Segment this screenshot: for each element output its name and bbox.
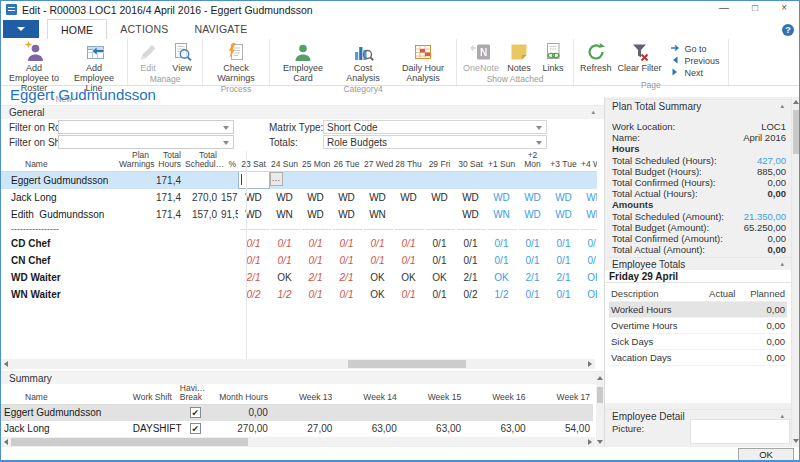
day-cell[interactable]: 0/1: [517, 252, 548, 269]
day-column-header[interactable]: 23 Sat: [238, 151, 269, 172]
week-hours-cell[interactable]: 54,00: [529, 421, 593, 437]
day-column-header[interactable]: 29 Fri: [424, 151, 455, 172]
day-cell[interactable]: 0/1: [424, 252, 455, 269]
month-hours-cell[interactable]: 0,00: [214, 405, 271, 421]
day-cell[interactable]: -----------: [517, 223, 548, 235]
scroll-down-icon[interactable]: [597, 440, 603, 444]
grid-cell[interactable]: 270,0: [183, 189, 219, 206]
summary-column-header[interactable]: Week 17: [529, 384, 593, 405]
day-cell[interactable]: [424, 206, 455, 223]
clear-filter-button[interactable]: Clear Filter: [615, 40, 665, 73]
month-hours-cell[interactable]: 270,00: [214, 421, 271, 437]
grid-cell[interactable]: 171,4: [151, 172, 183, 189]
collapse-icon[interactable]: ▴: [780, 102, 784, 110]
summary-column-header[interactable]: Week 14: [335, 384, 399, 405]
scrollbar-thumb[interactable]: [793, 110, 799, 154]
check-warnings-button[interactable]: Check Warnings: [206, 40, 266, 83]
employee-name-cell[interactable]: Jack Long: [1, 421, 130, 437]
day-column-header[interactable]: +3 Tue: [548, 151, 579, 172]
day-cell[interactable]: 0/1: [269, 235, 300, 252]
day-cell[interactable]: WD: [548, 206, 579, 223]
day-cell[interactable]: OK: [486, 269, 517, 286]
day-cell[interactable]: 0/1: [362, 252, 393, 269]
grid-cell[interactable]: [183, 286, 219, 303]
column-header-plan-warnings[interactable]: PlanWarnings: [117, 151, 151, 172]
employee-name-cell[interactable]: WN Waiter: [1, 286, 117, 303]
day-cell[interactable]: [548, 172, 579, 189]
day-cell[interactable]: -----------: [486, 223, 517, 235]
week-hours-cell[interactable]: [271, 405, 335, 421]
having-break-cell[interactable]: ✔: [177, 421, 214, 437]
grid-cell[interactable]: [117, 206, 151, 223]
day-column-header[interactable]: 24 Sun: [269, 151, 300, 172]
day-column-header[interactable]: 30 Sat: [455, 151, 486, 172]
day-column-header[interactable]: +1 Sun: [486, 151, 517, 172]
grid-cell[interactable]: [151, 223, 183, 235]
grid-cell[interactable]: 157,50: [219, 189, 238, 206]
grid-cell[interactable]: 171,4: [151, 189, 183, 206]
day-cell[interactable]: 0/1: [393, 235, 424, 252]
grid-cell[interactable]: [117, 286, 151, 303]
day-cell[interactable]: 2/1: [517, 269, 548, 286]
grid-cell[interactable]: [117, 189, 151, 206]
grid-cell[interactable]: 157,0: [183, 206, 219, 223]
day-cell[interactable]: 0/1: [331, 286, 362, 303]
checkbox-checked-icon[interactable]: ✔: [190, 423, 201, 434]
minimize-button[interactable]: —: [719, 2, 729, 13]
summary-value[interactable]: 21.350,00: [744, 211, 786, 222]
scroll-up-icon[interactable]: [597, 376, 603, 380]
scroll-up-icon[interactable]: [793, 100, 799, 104]
day-cell[interactable]: 0/1: [393, 286, 424, 303]
day-cell[interactable]: [300, 172, 331, 189]
day-cell[interactable]: 0/1: [424, 286, 455, 303]
day-cell[interactable]: WD: [455, 206, 486, 223]
day-cell[interactable]: 0/2: [238, 286, 269, 303]
et-column-header[interactable]: Actual: [699, 286, 738, 302]
day-cell[interactable]: 0/1: [455, 235, 486, 252]
summary-column-header[interactable]: Work Shift: [130, 384, 177, 405]
grid-cell[interactable]: [117, 172, 151, 189]
day-column-header[interactable]: +4 Wed: [579, 151, 597, 172]
day-cell[interactable]: WD: [238, 189, 269, 206]
employee-name-cell[interactable]: Edith Gudmundsson: [1, 206, 117, 223]
summary-column-header[interactable]: Month Hours: [214, 384, 271, 405]
employee-name-cell[interactable]: CN Chef: [1, 252, 117, 269]
day-cell[interactable]: 2/1: [300, 269, 331, 286]
day-cell[interactable]: 0/1: [331, 235, 362, 252]
notes-button[interactable]: Notes: [502, 40, 536, 73]
day-column-header[interactable]: 27 Wed: [362, 151, 393, 172]
employee-name-cell[interactable]: ----------------: [1, 223, 117, 235]
day-cell[interactable]: OK: [362, 269, 393, 286]
day-cell[interactable]: [362, 172, 393, 189]
checkbox-checked-icon[interactable]: ✔: [190, 407, 201, 418]
day-cell[interactable]: -----------: [238, 223, 269, 235]
grid-cell[interactable]: [151, 269, 183, 286]
grid-cell[interactable]: [117, 269, 151, 286]
employee-name-cell[interactable]: Jack Long: [1, 189, 117, 206]
previous-button[interactable]: Previous: [665, 55, 725, 67]
day-cell[interactable]: 0/1: [331, 252, 362, 269]
grid-cell[interactable]: [117, 235, 151, 252]
grid-cell[interactable]: [219, 252, 238, 269]
day-cell[interactable]: WD: [579, 206, 597, 223]
et-column-header[interactable]: Description: [609, 286, 699, 302]
day-cell[interactable]: 2/1: [548, 269, 579, 286]
week-hours-cell[interactable]: [335, 405, 399, 421]
scrollbar-thumb[interactable]: [348, 360, 466, 368]
links-button[interactable]: Links: [536, 40, 570, 73]
day-column-header[interactable]: 26 Tue: [331, 151, 362, 172]
focused-day-cell[interactable]: …: [238, 172, 269, 189]
day-cell[interactable]: WD: [393, 189, 424, 206]
next-button[interactable]: Next: [665, 67, 725, 79]
ok-button[interactable]: OK: [738, 448, 794, 461]
day-cell[interactable]: [393, 172, 424, 189]
day-cell[interactable]: WD: [331, 206, 362, 223]
day-cell[interactable]: 0/1: [517, 235, 548, 252]
scroll-down-icon[interactable]: [793, 439, 799, 443]
day-cell[interactable]: -----------: [455, 223, 486, 235]
cost-analysis-button[interactable]: Cost Analysis: [333, 40, 393, 83]
tab-home[interactable]: HOME: [47, 19, 107, 39]
day-cell[interactable]: 0/1: [486, 235, 517, 252]
summary-column-header[interactable]: Week 15: [400, 384, 464, 405]
day-cell[interactable]: 0/1: [393, 252, 424, 269]
